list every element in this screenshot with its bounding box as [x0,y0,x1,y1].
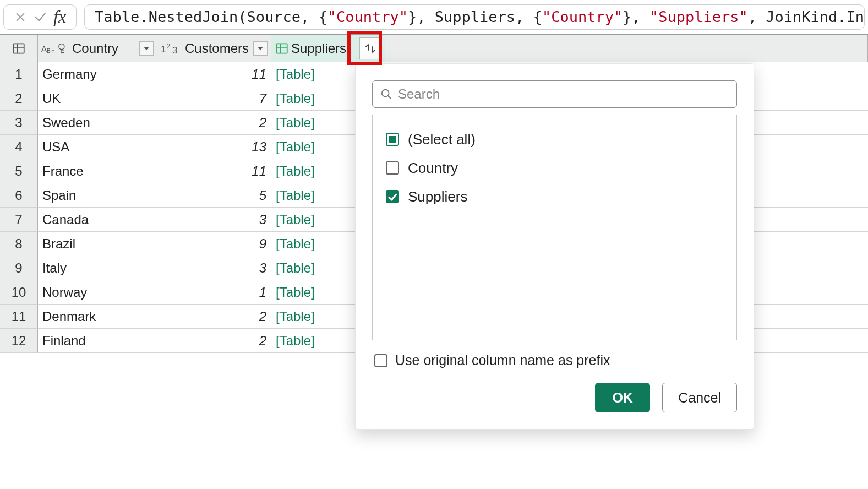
column-label: Country [70,41,139,56]
cell-country[interactable]: Finland [38,329,157,353]
row-index-header[interactable] [0,35,38,62]
cell-customers[interactable]: 3 [157,208,271,232]
row-index: 11 [0,305,38,329]
column-header-country[interactable]: A B C Country [38,35,157,62]
column-filter-button[interactable] [253,41,268,56]
column-option-country[interactable]: Country [386,154,723,182]
close-icon [14,11,26,23]
cell-customers[interactable]: 5 [157,183,271,208]
option-label: Country [408,160,458,177]
column-select-list: (Select all) Country Suppliers [372,115,737,340]
search-input[interactable] [398,86,729,102]
checkbox-unchecked-icon [386,161,399,175]
cell-customers[interactable]: 11 [157,62,271,86]
expand-columns-popup: (Select all) Country Suppliers Use origi… [355,63,754,430]
svg-rect-0 [13,44,24,53]
row-index: 5 [0,159,38,183]
formula-text: Table.NestedJoin(Source, {"Country"}, Su… [95,8,865,25]
fx-icon: fx [52,7,67,27]
expand-icon [364,42,377,55]
svg-rect-8 [276,44,287,53]
chevron-down-icon [257,45,264,52]
svg-point-4 [59,44,64,49]
column-label: Suppliers [289,41,357,56]
cell-country[interactable]: Italy [38,256,157,280]
ok-button[interactable]: OK [595,383,650,412]
option-label: Suppliers [408,188,467,205]
svg-text:3: 3 [172,44,178,55]
checkbox-checked-icon [386,190,399,203]
cell-customers[interactable]: 7 [157,86,271,111]
formula-controls: fx [3,4,77,30]
formula-bar: fx Table.NestedJoin(Source, {"Country"},… [0,0,868,34]
cell-customers[interactable]: 9 [157,232,271,256]
button-row: OK Cancel [372,383,737,412]
row-index: 1 [0,62,38,86]
column-option-suppliers[interactable]: Suppliers [386,182,723,211]
cell-country[interactable]: Brazil [38,232,157,256]
cancel-button[interactable]: Cancel [662,383,737,412]
formula-input[interactable]: Table.NestedJoin(Source, {"Country"}, Su… [84,4,865,30]
grid-header: A B C Country 1 2 3 Customers [0,35,868,62]
row-index: 10 [0,280,38,305]
svg-text:B: B [47,47,51,53]
cell-country[interactable]: France [38,159,157,183]
chevron-down-icon [143,45,150,52]
option-label: (Select all) [408,131,476,148]
text-key-type-icon: A B C [41,41,70,56]
header-filler [385,35,868,62]
checkbox-unchecked-icon [374,354,387,367]
expand-column-button[interactable] [359,37,381,59]
table-icon [12,41,26,56]
row-index: 12 [0,329,38,353]
row-index: 2 [0,86,38,111]
row-index: 8 [0,232,38,256]
row-index: 4 [0,135,38,159]
svg-text:2: 2 [166,42,170,50]
svg-text:1: 1 [161,43,166,54]
number-type-icon: 1 2 3 [161,41,183,56]
prefix-option[interactable]: Use original column name as prefix [374,352,735,368]
row-index: 7 [0,208,38,232]
row-index: 9 [0,256,38,280]
cell-country[interactable]: Norway [38,280,157,305]
search-icon [380,88,392,100]
cell-customers[interactable]: 13 [157,135,271,159]
cell-customers[interactable]: 2 [157,329,271,353]
row-index: 6 [0,183,38,208]
column-header-suppliers[interactable]: Suppliers [271,35,385,62]
column-label: Customers [183,41,253,56]
select-all-option[interactable]: (Select all) [386,125,723,154]
cell-customers[interactable]: 2 [157,111,271,135]
table-type-icon [275,41,289,56]
confirm-formula-button[interactable] [32,9,48,25]
cell-country[interactable]: UK [38,86,157,111]
svg-text:C: C [51,49,54,55]
row-index: 3 [0,111,38,135]
cell-country[interactable]: USA [38,135,157,159]
cell-country[interactable]: Denmark [38,305,157,329]
cell-country[interactable]: Canada [38,208,157,232]
cell-country[interactable]: Germany [38,62,157,86]
column-filter-button[interactable] [139,41,154,56]
search-field[interactable] [372,80,737,108]
column-header-customers[interactable]: 1 2 3 Customers [157,35,271,62]
cell-country[interactable]: Sweden [38,111,157,135]
checkbox-indeterminate-icon [386,133,399,146]
cell-customers[interactable]: 11 [157,159,271,183]
cell-country[interactable]: Spain [38,183,157,208]
prefix-label: Use original column name as prefix [395,352,610,368]
cell-customers[interactable]: 3 [157,256,271,280]
cell-customers[interactable]: 2 [157,305,271,329]
cancel-formula-button[interactable] [13,9,28,25]
cell-customers[interactable]: 1 [157,280,271,305]
check-icon [33,10,47,24]
